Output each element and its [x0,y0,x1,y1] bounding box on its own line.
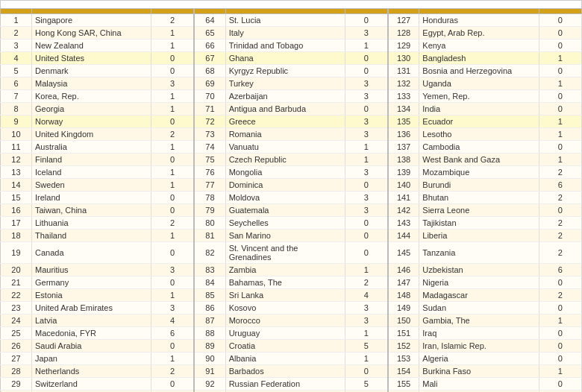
table-cell: Lesotho [419,128,539,141]
table-cell: Guatemala [225,204,345,217]
table-cell: Korea, Rep. [31,90,151,103]
table-cell: Sweden [31,179,151,192]
table-cell: Azerbaijan [225,90,345,103]
table-cell: 3 [345,302,387,314]
table-cell: 3 [345,314,387,327]
table-cell: 29 [1,378,32,391]
table-row: 21Germany084Bahamas, The2147Nigeria0 [1,276,582,289]
table-cell: 27 [1,353,32,365]
table-cell: 2 [539,230,581,242]
table-cell: 1 [1,14,32,27]
table-cell: Georgia [31,103,151,116]
table-cell: Italy [225,27,345,39]
table-cell: 129 [388,39,419,52]
col-economy-3 [419,9,539,14]
table-cell: Sudan [419,302,539,314]
col-rank-1 [1,9,32,14]
table-cell: 0 [539,39,581,52]
table-cell: 0 [539,340,581,353]
table-cell: Moldova [225,192,345,204]
table-cell: Ghana [225,52,345,65]
table-cell: 16 [1,204,32,217]
table-cell: 9 [1,116,32,128]
table-row: 22Estonia185Sri Lanka4148Madagascar2 [1,289,582,302]
table-cell: 13 [1,166,32,179]
table-cell: 134 [388,103,419,116]
table-cell: 0 [151,276,194,289]
table-cell: 73 [194,128,225,141]
table-cell: 2 [345,276,387,289]
table-cell: 1 [151,90,194,103]
table-cell: Tanzania [419,242,539,264]
table-cell: 1 [539,78,581,90]
table-cell: 2 [539,242,581,264]
table-cell: 130 [388,52,419,65]
table-cell: Australia [31,141,151,154]
table-cell: 0 [345,52,387,65]
table-cell: 8 [1,103,32,116]
table-cell: Hong Kong SAR, China [31,27,151,39]
table-cell: 1 [151,39,194,52]
table-cell: 152 [388,340,419,353]
table-cell: 1 [151,103,194,116]
table-cell: Lithuania [31,217,151,230]
table-cell: United States [31,52,151,65]
table-cell: 6 [1,78,32,90]
table-cell: Antigua and Barbuda [225,103,345,116]
table-cell: 2 [151,14,194,27]
table-cell: 3 [345,90,387,103]
table-cell: 3 [151,78,194,90]
table-cell: 141 [388,192,419,204]
table-cell: 70 [194,90,225,103]
table-cell: Honduras [419,14,539,27]
table-cell: 83 [194,264,225,276]
table-row: 10United Kingdom273Romania3136Lesotho1 [1,128,582,141]
table-cell: 21 [1,276,32,289]
table-cell: 1 [151,230,194,242]
table-cell: Tajikistan [419,217,539,230]
table-cell: 6 [539,264,581,276]
table-cell: San Marino [225,230,345,242]
table-row: 18Thailand181San Marino0144Liberia2 [1,230,582,242]
table-cell: 14 [1,179,32,192]
table-cell: 82 [194,242,225,264]
table-cell: 3 [345,128,387,141]
table-cell: 149 [388,302,419,314]
table-cell: 17 [1,217,32,230]
table-cell: Taiwan, China [31,204,151,217]
table-cell: 0 [539,204,581,217]
table-cell: 5 [1,65,32,78]
table-cell: Burkina Faso [419,365,539,378]
table-cell: 3 [345,204,387,217]
table-cell: 79 [194,204,225,217]
table-cell: 85 [194,289,225,302]
table-cell: Burundi [419,179,539,192]
table-cell: United Kingdom [31,128,151,141]
table-cell: 90 [194,353,225,365]
table-cell: 147 [388,276,419,289]
table-row: 11Australia174Vanuatu1137Cambodia0 [1,141,582,154]
table-row: 8Georgia171Antigua and Barbuda0134India0 [1,103,582,116]
table-cell: Algeria [419,353,539,365]
table-cell: 10 [1,128,32,141]
table-cell: West Bank and Gaza [419,154,539,166]
table-cell: Turkey [225,78,345,90]
table-cell: 11 [1,141,32,154]
table-cell: St. Lucia [225,14,345,27]
table-cell: 6 [151,327,194,340]
table-cell: 155 [388,378,419,391]
table-cell: Gambia, The [419,314,539,327]
table-cell: 18 [1,230,32,242]
table-cell: 0 [151,242,194,264]
table-cell: Bangladesh [419,52,539,65]
table-cell: 22 [1,289,32,302]
page-title [0,0,582,8]
table-row: 4United States067Ghana0130Bangladesh1 [1,52,582,65]
table-cell: 135 [388,116,419,128]
table-cell: 2 [539,217,581,230]
table-cell: Finland [31,154,151,166]
table-cell: 0 [151,340,194,353]
table-cell: 131 [388,65,419,78]
table-cell: 1 [539,128,581,141]
table-cell: 1 [151,166,194,179]
